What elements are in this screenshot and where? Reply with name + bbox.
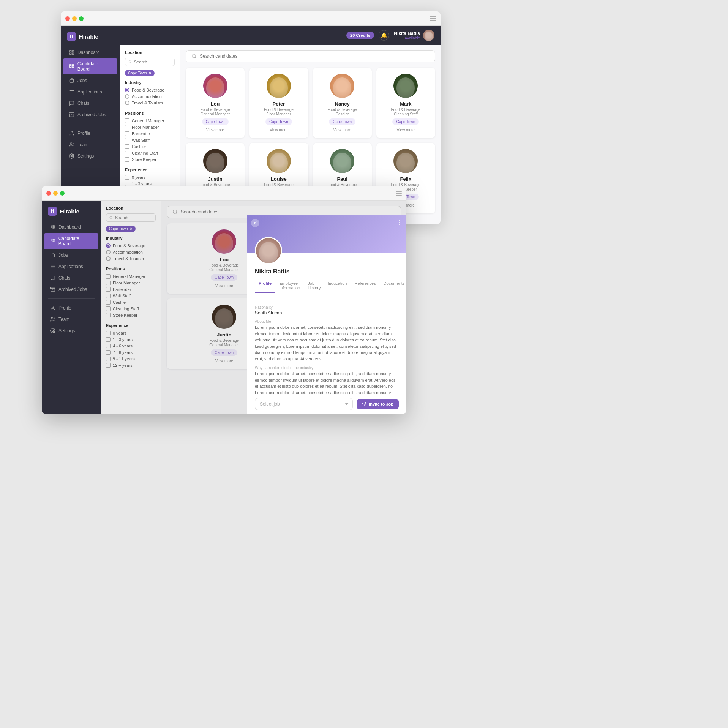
pos-2-0[interactable]: General Manager [106, 274, 156, 279]
profile-close-button[interactable]: ✕ [251, 219, 259, 227]
cb2-bar[interactable] [106, 287, 111, 292]
cb2-fm[interactable] [106, 281, 111, 285]
industry-item-2[interactable]: Travel & Tourism [125, 101, 175, 105]
sidebar-item-team-2[interactable]: Team [44, 314, 98, 325]
pos-2-2[interactable]: Bartender [106, 287, 156, 292]
select-job-dropdown[interactable]: Select job [255, 398, 353, 410]
pos-2-6[interactable]: Store Keeper [106, 313, 156, 317]
cb2-ca[interactable] [106, 300, 111, 305]
position-item-1[interactable]: Floor Manager [125, 125, 175, 129]
radio-travel-2[interactable] [106, 256, 111, 261]
tab-references[interactable]: References [351, 279, 379, 293]
radio-food-2[interactable] [106, 243, 111, 248]
cb-store-keeper[interactable] [125, 157, 129, 162]
industry-item-0[interactable]: Food & Beverage [125, 88, 175, 92]
exp-2-3[interactable]: 7 - 8 years [106, 350, 156, 355]
view-more-mark[interactable]: View more [397, 128, 415, 132]
remove-location-tag-2[interactable]: ✕ [129, 227, 133, 231]
candidate-card-nancy[interactable]: Nancy Food & Beverage Cashier Cape Town … [313, 68, 372, 138]
cb-1-3-years[interactable] [125, 182, 129, 186]
position-item-2[interactable]: Bartender [125, 131, 175, 136]
sidebar-item-chats-2[interactable]: Chats [44, 273, 98, 283]
tab-profile[interactable]: Profile [255, 279, 275, 293]
location-search[interactable] [125, 58, 175, 66]
tab-education[interactable]: Education [325, 279, 351, 293]
exp-2-4[interactable]: 9 - 11 years [106, 357, 156, 361]
sidebar-item-chats[interactable]: Chats [63, 98, 117, 109]
view-more-peter[interactable]: View more [270, 128, 287, 132]
cb2-cs[interactable] [106, 306, 111, 311]
dot-green[interactable] [79, 16, 84, 21]
exp-2-1[interactable]: 1 - 3 years [106, 337, 156, 342]
pos-2-3[interactable]: Wait Staff [106, 294, 156, 298]
sidebar-item-candidate-board-2[interactable]: Candidate Board [44, 233, 98, 249]
sidebar-item-archived-2[interactable]: Archived Jobs [44, 284, 98, 295]
pos-2-4[interactable]: Cashier [106, 300, 156, 305]
sidebar-item-dashboard[interactable]: Dashboard [63, 47, 117, 58]
position-item-0[interactable]: General Manager [125, 118, 175, 123]
exp-2-0[interactable]: 0 years [106, 331, 156, 335]
pos-2-1[interactable]: Floor Manager [106, 281, 156, 285]
exp-2-2[interactable]: 4 - 6 years [106, 344, 156, 348]
candidate-card-mark[interactable]: Mark Food & Beverage Cleaning Staff Cape… [376, 68, 435, 138]
cb-cleaning-staff[interactable] [125, 151, 129, 155]
search-candidates-input[interactable] [200, 54, 430, 59]
view-more-nancy[interactable]: View more [333, 128, 351, 132]
industry-item-2-2[interactable]: Travel & Tourism [106, 256, 156, 261]
location-search-2[interactable] [106, 213, 156, 222]
industry-item-2-0[interactable]: Food & Beverage [106, 243, 156, 248]
tab-employee-info[interactable]: Employee Information [275, 279, 304, 293]
sidebar-item-profile[interactable]: Profile [63, 128, 117, 139]
position-item-4[interactable]: Cashier [125, 144, 175, 149]
dot-green-2[interactable] [60, 191, 65, 196]
credits-badge[interactable]: 20 Credits [346, 32, 374, 39]
radio-accom-2[interactable] [106, 250, 111, 254]
profile-more-button[interactable]: ⋮ [396, 219, 403, 226]
cb-floor-manager[interactable] [125, 125, 129, 129]
dot-yellow[interactable] [72, 16, 77, 21]
view-more-lou[interactable]: View more [206, 128, 224, 132]
cb2-ws[interactable] [106, 294, 111, 298]
sidebar-item-archived[interactable]: Archived Jobs [63, 109, 117, 120]
sidebar-item-settings-2[interactable]: Settings [44, 325, 98, 336]
dot-red-2[interactable] [46, 191, 51, 196]
sidebar-item-dashboard-2[interactable]: Dashboard [44, 222, 98, 232]
exp-item-1[interactable]: 1 - 3 years [125, 182, 175, 186]
notification-icon[interactable]: 🔔 [379, 30, 389, 41]
cb-wait-staff[interactable] [125, 138, 129, 142]
dot-yellow-2[interactable] [53, 191, 58, 196]
dot-red[interactable] [65, 16, 70, 21]
remove-location-tag[interactable]: ✕ [148, 71, 152, 75]
sidebar-item-profile-2[interactable]: Profile [44, 303, 98, 313]
position-item-3[interactable]: Wait Staff [125, 138, 175, 142]
sidebar-item-settings[interactable]: Settings [63, 151, 117, 161]
location-search-input[interactable] [134, 60, 171, 64]
search-bar-1[interactable] [186, 50, 435, 62]
candidate-card-lou[interactable]: Lou Food & Beverage General Manager Cape… [186, 68, 245, 138]
radio-accommodation[interactable] [125, 94, 129, 99]
industry-item-1[interactable]: Accommodation [125, 94, 175, 99]
view-more-lou-2[interactable]: View more [215, 284, 233, 288]
exp-item-0[interactable]: 0 years [125, 175, 175, 180]
cb2-sk[interactable] [106, 313, 111, 317]
sidebar-item-team[interactable]: Team [63, 139, 117, 150]
pos-2-5[interactable]: Cleaning Staff [106, 306, 156, 311]
exp-2-5[interactable]: 12 + years [106, 363, 156, 368]
candidate-card-peter[interactable]: Peter Food & Beverage Floor Manager Cape… [249, 68, 308, 138]
position-item-5[interactable]: Cleaning Staff [125, 151, 175, 155]
view-more-justin-2[interactable]: View more [215, 359, 233, 363]
sidebar-item-jobs-2[interactable]: Jobs [44, 250, 98, 261]
cb-general-manager[interactable] [125, 118, 129, 123]
radio-food-beverage[interactable] [125, 88, 129, 92]
cb-cashier[interactable] [125, 144, 129, 149]
position-item-6[interactable]: Store Keeper [125, 157, 175, 162]
cb2-gm[interactable] [106, 274, 111, 279]
location-search-input-2[interactable] [115, 215, 152, 220]
tab-job-history[interactable]: Job History [304, 279, 324, 293]
invite-to-job-button[interactable]: Invite to Job [357, 399, 399, 409]
radio-travel[interactable] [125, 101, 129, 105]
cb-bartender[interactable] [125, 131, 129, 136]
sidebar-item-jobs[interactable]: Jobs [63, 75, 117, 86]
sidebar-item-candidate-board[interactable]: Candidate Board [63, 58, 117, 74]
tab-documents[interactable]: Documents [380, 279, 406, 293]
